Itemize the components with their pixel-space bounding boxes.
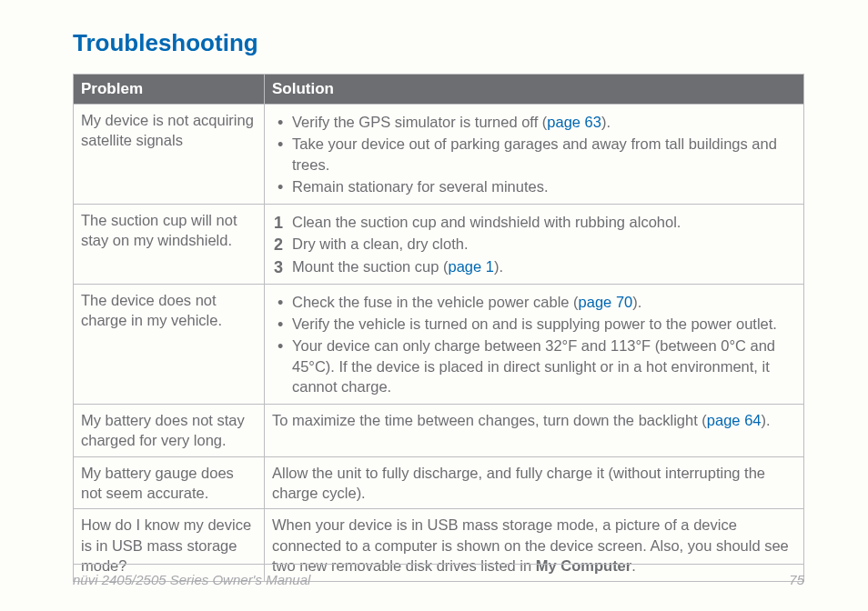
footer-manual-title: nüvi 2405/2505 Series Owner's Manual [73,572,310,587]
list-item: Take your device out of parking garages … [272,134,796,175]
table-row: My battery gauge does not seem accurate.… [74,456,804,509]
text: ). [762,412,771,428]
list-item: Verify the GPS simulator is turned off (… [272,112,796,132]
problem-cell: My device is not acquiring satellite sig… [74,105,265,205]
problem-cell: My battery gauge does not seem accurate. [74,456,265,509]
page-link[interactable]: page 1 [449,258,494,275]
text: ). [494,258,503,275]
list-item: Verify the vehicle is turned on and is s… [272,314,796,334]
table-row: The device does not charge in my vehicle… [74,284,804,404]
list-item: Clean the suction cup and windshield wit… [272,212,796,232]
problem-cell: The suction cup will not stay on my wind… [74,205,265,285]
text: ). [632,294,641,310]
list-item: Your device can only charge between 32°F… [272,336,796,396]
page-footer: nüvi 2405/2505 Series Owner's Manual 75 [73,564,804,587]
list-item: Check the fuse in the vehicle power cabl… [272,292,796,312]
text: To maximize the time between changes, tu… [272,412,707,428]
solution-cell: Verify the GPS simulator is turned off (… [265,105,804,205]
troubleshooting-table: Problem Solution My device is not acquir… [73,74,804,582]
solution-cell: Allow the unit to fully discharge, and f… [265,456,804,509]
text: Verify the GPS simulator is turned off ( [292,114,547,130]
solution-cell: Clean the suction cup and windshield wit… [265,205,804,285]
solution-cell: To maximize the time between changes, tu… [265,405,804,457]
manual-page: { "title": "Troubleshooting", "headers":… [0,0,868,611]
footer-page-number: 75 [789,572,804,587]
page-link[interactable]: page 64 [707,412,762,428]
text: Mount the suction cup ( [292,258,449,275]
list-item: Dry with a clean, dry cloth. [272,234,796,254]
page-link[interactable]: page 70 [579,294,633,310]
text: ). [601,114,611,130]
table-row: My battery does not stay charged for ver… [74,405,804,457]
solution-cell: Check the fuse in the vehicle power cabl… [265,284,804,404]
problem-cell: My battery does not stay charged for ver… [74,405,265,457]
table-row: My device is not acquiring satellite sig… [74,105,804,205]
list-item: Remain stationary for several minutes. [272,176,796,196]
col-header-solution: Solution [265,75,804,105]
col-header-problem: Problem [74,75,265,105]
problem-cell: The device does not charge in my vehicle… [74,284,265,404]
page-link[interactable]: page 63 [547,114,601,130]
table-header-row: Problem Solution [74,75,804,105]
text: Check the fuse in the vehicle power cabl… [292,294,579,310]
list-item: Mount the suction cup (page 1). [272,256,796,276]
page-title: Troubleshooting [73,29,804,57]
table-row: The suction cup will not stay on my wind… [74,205,804,285]
